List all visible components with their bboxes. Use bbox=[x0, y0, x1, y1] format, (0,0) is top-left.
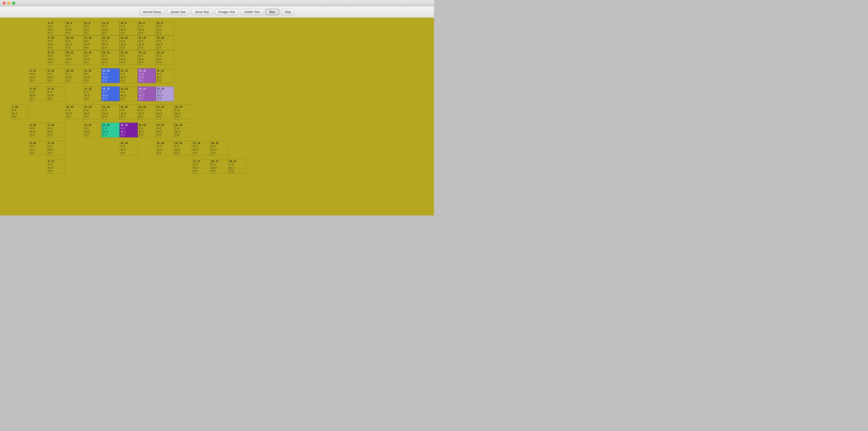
grid-cell: 9 , 17 F: 0Sc: 0S: 0B: 0Food: 0Ph: 0 bbox=[47, 159, 65, 174]
grid-cell: 11 , 14 F: 6Sc: 0S: 0B: 0Food: 984Ph: 0 bbox=[83, 105, 101, 119]
grid-cell: 9 , 16 F: 0Sc: 0S: 0B: 0Food: 0Ph: 0 bbox=[47, 141, 65, 156]
grid-cell: 7 , 14 F: 0Sc: 0S: 0B: 0Food: 0Ph: 0 bbox=[11, 105, 29, 119]
grid-cell: 18 , 17 F: 0Sc: 0S: 0B: 0Food: 0Ph: 0 bbox=[210, 159, 228, 174]
grid-cell: 13 , 11 F: 0Sc: 0S: 0B: 0Food: 0Ph: 0 bbox=[120, 50, 138, 65]
soldier-test-button[interactable]: Soldier Test bbox=[241, 9, 264, 15]
grid-cell: 14 , 14 F: 0Sc: 0S: 0B: 0Food: 0Ph: 9 bbox=[138, 105, 156, 119]
maximize-button[interactable] bbox=[12, 2, 15, 4]
grid-cell: 15 , 14 F: 0Sc: 0S: 0B: 0Food: 3Ph: 0 bbox=[156, 105, 174, 119]
grid-cell: 16 , 16 F: 0Sc: 0S: 0B: 0Food: 0Ph: 0 bbox=[174, 141, 192, 156]
grid-cell: 11 , 9 F: 0Sc: 1S: 2B: 0Food: 0Ph: 0 bbox=[83, 21, 101, 36]
grid-cell: 13 , 16 F: 0Sc: 0S: 0B: 0Food: 0Ph: 0 bbox=[120, 141, 138, 156]
grid-cell: 10 , 14 F: 0Sc: 0S: 0B: 0Food: 0Ph: 0 bbox=[65, 105, 83, 119]
grid-cell: 11 , 13 F: 0Sc: 0S: 0B: 0Food: 0Ph: 0 bbox=[83, 87, 101, 101]
grid-cell: 9 , 10 F: 0Sc: 0S: 0B: 0Food: 0Ph: 0 bbox=[47, 36, 65, 50]
grid-cell: 15 , 13 F: 0Sc: 0S: 0B: 0Food: 0Ph: 10 bbox=[156, 87, 174, 101]
run-button[interactable]: Run bbox=[265, 9, 279, 15]
simulation-grid: 9 , 9 F: 0Sc: 1S: 0B: 0Food: 997Ph: 010 … bbox=[0, 18, 434, 216]
grid-cell: 8 , 12 F: 0Sc: 0S: 0B: 0Food: 0Ph: 0 bbox=[29, 68, 47, 83]
grid-cell: 14 , 15 F: 0Sc: 0S: 0B: 0Food: 0Ph: 0 bbox=[138, 123, 156, 137]
grid-cell: 13 , 13 F: 0Sc: 0S: 0B: 0Food: 0Ph: 0 bbox=[120, 87, 138, 101]
window-controls[interactable] bbox=[3, 2, 15, 4]
grid-cell: 14 , 10 F: 0Sc: 0S: 0B: 0Food: 0Ph: 0 bbox=[138, 36, 156, 50]
toolbar: Normal Setup Queen Test Scout Test Forag… bbox=[0, 6, 434, 18]
grid-cell: 17 , 16 F: 0Sc: 0S: 0B: 0Food: 985Ph: 0 bbox=[192, 141, 210, 156]
forager-test-button[interactable]: Forager Test bbox=[215, 9, 239, 15]
minimize-button[interactable] bbox=[7, 2, 10, 4]
grid-cell: 14 , 11 F: 0Sc: 0S: 0B: 0Food: 0Ph: 0 bbox=[138, 50, 156, 65]
grid-cell: 9 , 13 F: 0Sc: 0S: 0B: 0Food: 998Ph: 0 bbox=[47, 87, 65, 101]
grid-cell: 13 , 10 F: 0Sc: 0S: 0B: 0Food: 0Ph: 0 bbox=[120, 36, 138, 50]
grid-cell: 15 , 10 F: 0Sc: 0S: 1B: 0Food: 0Ph: 0 bbox=[156, 36, 174, 50]
grid-cell: 14 , 13 F: 2Sc: 0S: 0B: 0Food: 0Ph: 27 bbox=[138, 87, 156, 101]
grid-container: 9 , 9 F: 0Sc: 1S: 0B: 0Food: 997Ph: 010 … bbox=[0, 18, 434, 216]
title-bar bbox=[0, 0, 434, 6]
grid-cell: 17 , 17 F: 0Sc: 0S: 0B: 0Food: 0Ph: 0 bbox=[192, 159, 210, 174]
grid-cell: 10 , 10 F: 0Sc: 0S: 0B: 0Food: 0Ph: 0 bbox=[65, 36, 83, 50]
grid-cell: 16 , 15 F: 0Sc: 0S: 0B: 0Food: 0Ph: 0 bbox=[174, 123, 192, 137]
grid-cell: 11 , 11 F: 0Sc: 0S: 0B: 0Food: 0Ph: 0 bbox=[83, 50, 101, 65]
grid-cell: 15 , 9 F: 0Sc: 0S: 1B: 0Food: 702Ph: 0 bbox=[156, 21, 174, 36]
queen-test-button[interactable]: Queen Test bbox=[167, 9, 189, 15]
grid-cell: 12 , 15 F: 3Sc: 0S: 0B: 0Food: 823Ph: 53… bbox=[101, 123, 120, 137]
grid-cell: 10 , 9 F: 0Sc: 0S: 0B: 0Food: 0Ph: 0 bbox=[65, 21, 83, 36]
grid-cell: 8 , 15 F: 0Sc: 0S: 0B: 0Food: 0Ph: 0 bbox=[29, 123, 47, 137]
grid-cell: 10 , 12 F: 0Sc: 0S: 0B: 0Food: 0Ph: 0 bbox=[65, 68, 83, 83]
normal-setup-button[interactable]: Normal Setup bbox=[139, 9, 165, 15]
step-button[interactable]: Step bbox=[281, 9, 295, 15]
grid-cell: 8 , 16 F: 0Sc: 1S: 0B: 0Food: 596Ph: 0 bbox=[29, 141, 47, 156]
grid-cell: 14 , 9 F: 0Sc: 0S: 0B: 0Food: 0Ph: 0 bbox=[138, 21, 156, 36]
grid-cell: 12 , 14 F: 4Sc: 0S: 0B: 0Food: 1Ph: 0 bbox=[101, 105, 120, 119]
grid-cell: 12 , 11 F: 0Sc: 0S: 2B: 0Food: 741Ph: 0 bbox=[101, 50, 120, 65]
grid-cell: 8 , 13 F: 0Sc: 0S: 0B: 0Food: 579Ph: 0 bbox=[29, 87, 47, 101]
grid-cell: 13 , 12 F: 0Sc: 0S: 0B: 0Food: 0Ph: 0 bbox=[120, 68, 138, 83]
grid-cell: 9 , 11 F: 0Sc: 0S: 0B: 0Food: 0Ph: 0 bbox=[47, 50, 65, 65]
grid-cell: 9 , 12 F: 0Sc: 0S: 0B: 0Food: 0Ph: 0 bbox=[47, 68, 65, 83]
grid-cell: 9 , 9 F: 0Sc: 1S: 0B: 0Food: 997Ph: 0 bbox=[47, 21, 65, 36]
grid-cell: 13 , 9 F: 0Sc: 0S: 0B: 0Food: 0Ph: 0 bbox=[120, 21, 138, 36]
grid-cell: 15 , 15 F: 0Sc: 0S: 0B: 0Food: 575Ph: 3 bbox=[156, 123, 174, 137]
grid-cell: 19 , 17 F: 0Sc: 1S: 0B: 0Food: 0Ph: 0 bbox=[228, 159, 246, 174]
grid-cell: 15 , 12 F: 0Sc: 0S: 0B: 0Food: 0Ph: 0 bbox=[156, 68, 174, 83]
close-button[interactable] bbox=[3, 2, 6, 4]
grid-cell: 16 , 14 F: 0Sc: 0S: 0B: 0Food: 921Ph: 0 bbox=[174, 105, 192, 119]
scout-test-button[interactable]: Scout Test bbox=[191, 9, 213, 15]
grid-cell: 12 , 13 F: 7Sc: 0S: 0B: 0Food: 371Ph: 0 bbox=[101, 87, 120, 101]
grid-cell: 12 , 9 F: 0Sc: 0S: 0B: 0Food: 0Ph: 0 bbox=[101, 21, 120, 36]
grid-cell: 12 , 12 F: 4Sc: 0S: 0B: 0Food: 0Ph: 6 bbox=[101, 68, 120, 83]
grid-cell: 11 , 15 F: 0Sc: 0S: 0B: 0Food: 835Ph: 0 bbox=[83, 123, 101, 137]
grid-cell: 12 , 10 F: 0Sc: 0S: 0B: 0Food: 919Ph: 0 bbox=[101, 36, 120, 50]
grid-cell: 15 , 11 F: 0Sc: 0S: 0B: 0Food: 826Ph: 0 bbox=[156, 50, 174, 65]
grid-cell: 11 , 10 F: 0Sc: 0S: 0B: 0Food: 0Ph: 0 bbox=[83, 36, 101, 50]
grid-cell: 9 , 15 F: 0Sc: 0S: 0B: 0Food: 0Ph: 0 bbox=[47, 123, 65, 137]
grid-cell: 10 , 11 F: 0Sc: 0S: 1B: 0Food: 782Ph: 0 bbox=[65, 50, 83, 65]
grid-cell: 11 , 12 F: 0Sc: 0S: 0B: 0Food: 0Ph: 0 bbox=[83, 68, 101, 83]
grid-cell: 18 , 16 F: 0Sc: 0S: 0B: 0Food: 0Ph: 0 bbox=[210, 141, 228, 156]
grid-cell: 15 , 16 F: 0Sc: 0S: 0B: 0Food: 927Ph: 0 bbox=[156, 141, 174, 156]
grid-cell: 13 , 15 F: 6Sc: 1S: 1B: 0Food: 0Ph: 3 bbox=[120, 123, 138, 137]
grid-cell: 14 , 12 F: 10Sc: 0S: 2B: 0Food: 0Ph: 8 bbox=[138, 68, 156, 83]
grid-cell: 13 , 14 F: 5Sc: 0S: 0B: 0Food: 7Ph: 0 bbox=[120, 105, 138, 119]
